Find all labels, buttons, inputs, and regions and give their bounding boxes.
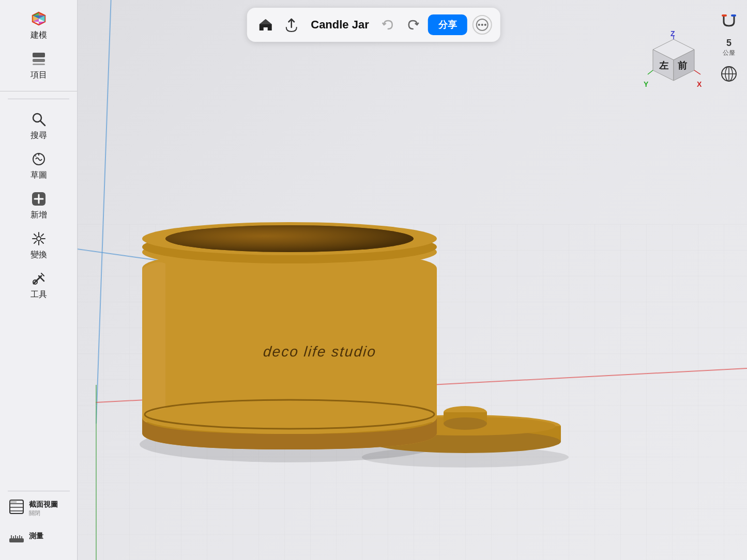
scale-number: 5: [726, 38, 731, 49]
measure-title: 測量: [29, 532, 43, 541]
sidebar-divider-top: [8, 99, 69, 99]
top-toolbar: Candle Jar 分享: [247, 8, 500, 42]
sidebar-item-search[interactable]: 搜尋: [8, 107, 70, 145]
redo-icon: [406, 18, 420, 32]
svg-rect-29: [33, 59, 45, 62]
section-view-text: 截面視圖 關閉: [29, 500, 58, 517]
sidebar-item-sketch[interactable]: 草圖: [8, 147, 70, 185]
sidebar-bottom-section: 截面視圖 關閉 測量: [0, 488, 78, 550]
svg-line-47: [34, 241, 36, 243]
svg-text:Z: Z: [670, 30, 675, 38]
svg-line-44: [34, 234, 36, 236]
section-view-title: 截面視圖: [29, 500, 58, 509]
svg-line-45: [41, 241, 43, 243]
perspective-button[interactable]: [719, 64, 739, 84]
svg-point-66: [478, 24, 480, 26]
sidebar-item-measure[interactable]: 測量: [4, 524, 74, 549]
undo-button[interactable]: [378, 15, 398, 35]
perspective-icon: [720, 65, 738, 83]
svg-point-67: [481, 24, 483, 26]
upload-button[interactable]: [281, 14, 301, 35]
undo-icon: [381, 18, 395, 32]
svg-line-85: [694, 70, 700, 74]
svg-line-32: [40, 121, 45, 126]
measure-icon: [8, 527, 25, 546]
right-panel: 5 公釐: [711, 0, 747, 560]
svg-rect-28: [33, 53, 45, 57]
build-icon: [31, 10, 47, 29]
scale-unit: 公釐: [723, 49, 735, 57]
add-icon: [31, 191, 47, 209]
svg-rect-57: [9, 538, 24, 542]
transform-icon: [31, 231, 47, 248]
sidebar-tools-label: 工具: [31, 289, 47, 300]
scale-indicator: 5 公釐: [723, 38, 735, 57]
tools-icon: [31, 271, 47, 288]
left-sidebar: 建模 項目 搜尋: [0, 0, 78, 560]
svg-line-35: [35, 155, 36, 157]
svg-point-16: [165, 225, 414, 252]
model-container: deco life studio: [103, 170, 558, 460]
upload-icon: [283, 17, 299, 33]
more-icon: [476, 18, 489, 32]
project-icon: [31, 51, 47, 69]
canvas-area: deco life studio: [0, 0, 747, 560]
search-icon: [31, 112, 47, 129]
magnet-icon: [720, 11, 738, 30]
sidebar-item-build[interactable]: 建模: [8, 6, 70, 45]
sketch-icon: [31, 151, 47, 169]
svg-point-68: [484, 24, 486, 26]
sidebar-divider-bottom: [8, 491, 70, 491]
redo-button[interactable]: [403, 15, 423, 35]
sidebar-build-label: 建模: [31, 30, 47, 41]
view-cube-svg: Z Y X 左 前: [643, 30, 705, 97]
svg-text:前: 前: [678, 60, 688, 71]
svg-line-46: [41, 234, 43, 236]
sidebar-item-transform[interactable]: 變換: [8, 227, 70, 265]
sidebar-sketch-label: 草圖: [31, 170, 47, 181]
svg-text:Y: Y: [644, 80, 649, 88]
sidebar-add-label: 新增: [31, 210, 47, 221]
magnet-button[interactable]: [716, 8, 742, 34]
more-button[interactable]: [472, 15, 492, 35]
svg-line-84: [648, 70, 653, 74]
sidebar-search-label: 搜尋: [31, 130, 47, 141]
sidebar-project-label: 項目: [31, 70, 47, 81]
svg-rect-30: [33, 64, 45, 65]
sidebar-item-tools[interactable]: 工具: [8, 267, 70, 304]
sidebar-transform-label: 變換: [31, 250, 47, 260]
svg-text:左: 左: [659, 60, 669, 71]
home-button[interactable]: [255, 14, 276, 35]
svg-point-39: [37, 237, 41, 241]
sidebar-item-add[interactable]: 新增: [8, 187, 70, 225]
sidebar-middle-section: 搜尋 草圖 新增: [0, 106, 77, 305]
home-icon: [257, 17, 273, 33]
sidebar-item-section-view[interactable]: 截面視圖 關閉: [4, 495, 74, 522]
view-cube[interactable]: Z Y X 左 前: [643, 30, 705, 92]
file-title: Candle Jar: [307, 18, 373, 32]
sidebar-item-project[interactable]: 項目: [8, 47, 70, 85]
section-view-subtitle: 關閉: [29, 509, 58, 517]
svg-rect-56: [10, 500, 17, 504]
svg-point-10: [444, 417, 487, 430]
share-button[interactable]: 分享: [428, 14, 467, 35]
candle-jar-model: deco life studio: [103, 170, 569, 470]
section-view-icon: [8, 499, 25, 519]
svg-text:deco life studio: deco life studio: [263, 344, 377, 360]
svg-text:X: X: [697, 80, 702, 88]
sidebar-top-section: 建模 項目: [0, 5, 77, 91]
